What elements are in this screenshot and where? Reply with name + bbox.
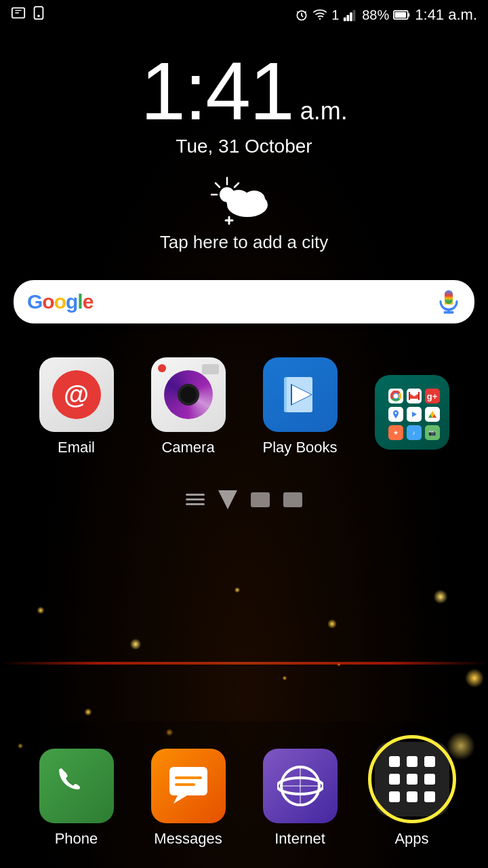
nav-recent-icon [251,492,270,507]
svg-rect-44 [186,494,205,496]
mic-colored [439,290,459,314]
google-logo: Google [27,290,93,313]
svg-rect-8 [353,10,356,22]
svg-point-38 [393,394,398,399]
internet-icon-svg [277,763,323,809]
status-right-icons: 1 88% 1:41 a.m. [295,6,477,24]
status-bar: 1 88% 1:41 a.m. [0,0,488,30]
clock-time: 1:41 [140,50,293,132]
battery-icon [393,9,411,21]
phone-label: Phone [55,830,98,848]
nav-menu-icon [186,492,205,507]
app-google-folder[interactable]: g+ ★ [365,375,460,456]
signal-bars-icon [343,8,358,22]
app-camera[interactable]: Camera [141,357,236,456]
phone-icon-svg [58,767,96,805]
svg-point-4 [319,18,321,20]
svg-point-41 [394,412,396,414]
dock: Phone Messages [0,722,488,868]
dock-apps[interactable]: Apps [365,735,460,848]
svg-line-14 [216,183,220,187]
camera-lens [164,370,213,419]
dock-phone[interactable]: Phone [29,749,124,848]
dock-messages[interactable]: Messages [141,749,236,848]
svg-rect-6 [347,15,350,21]
apps-label: Apps [394,830,428,848]
email-app-icon: @ [39,357,114,432]
battery-percent: 88% [362,7,389,23]
app-email[interactable]: @ Email [29,357,124,456]
apps-row: @ Email Camera [20,357,468,456]
svg-line-15 [235,183,239,187]
svg-marker-48 [174,795,187,804]
nav-home-icon [218,490,237,509]
svg-rect-7 [350,12,352,21]
clock-area: 1:41 a.m. Tue, 31 October [0,30,488,157]
apps-highlight-circle [368,735,456,823]
apps-grid: @ Email Camera [0,357,488,456]
weather-text: Tap here to add a city [0,232,488,253]
svg-rect-30 [445,290,453,304]
svg-rect-11 [395,12,406,18]
clock-ampm: a.m. [300,97,348,125]
clock-date: Tue, 31 October [0,136,488,157]
signal-number: 1 [331,7,339,23]
svg-rect-40 [418,392,420,400]
alarm-icon [295,8,308,22]
playbooks-label: Play Books [262,439,337,456]
screenshot-icon [11,5,26,24]
svg-rect-47 [169,767,207,795]
weather-icon [210,171,278,225]
status-time: 1:41 a.m. [415,6,477,24]
folder-grid: g+ ★ [383,383,441,441]
dock-internet[interactable]: Internet [253,749,348,848]
apps-icon-wrapper [368,735,456,823]
messages-label: Messages [154,830,222,848]
mic-icon[interactable] [436,290,461,314]
messages-app-icon [151,749,226,823]
nav-back-icon [283,492,302,507]
svg-point-2 [38,16,39,17]
weather-widget[interactable]: Tap here to add a city [0,171,488,253]
svg-point-19 [243,191,265,208]
playbooks-svg-icon [276,370,325,419]
nav-dots-bar [0,484,488,516]
phone-time-icon [31,5,46,24]
google-search-bar[interactable]: Google [14,280,474,323]
internet-label: Internet [274,830,325,848]
email-icon-inner: @ [52,370,101,419]
phone-app-icon [39,749,114,823]
svg-rect-46 [186,503,205,505]
wifi-icon [312,8,327,22]
internet-app-icon [263,749,338,823]
messages-icon-svg [167,764,210,808]
email-label: Email [58,439,95,456]
svg-rect-5 [344,18,346,21]
dock-row: Phone Messages [20,735,468,848]
playbooks-app-icon [263,357,338,432]
google-folder-icon: g+ ★ [375,375,449,450]
status-left-icons [11,5,46,24]
app-playbooks[interactable]: Play Books [253,357,348,456]
camera-app-icon [151,357,226,432]
svg-rect-45 [186,498,205,500]
svg-rect-39 [409,392,410,400]
svg-rect-10 [408,13,410,16]
camera-label: Camera [161,439,214,456]
